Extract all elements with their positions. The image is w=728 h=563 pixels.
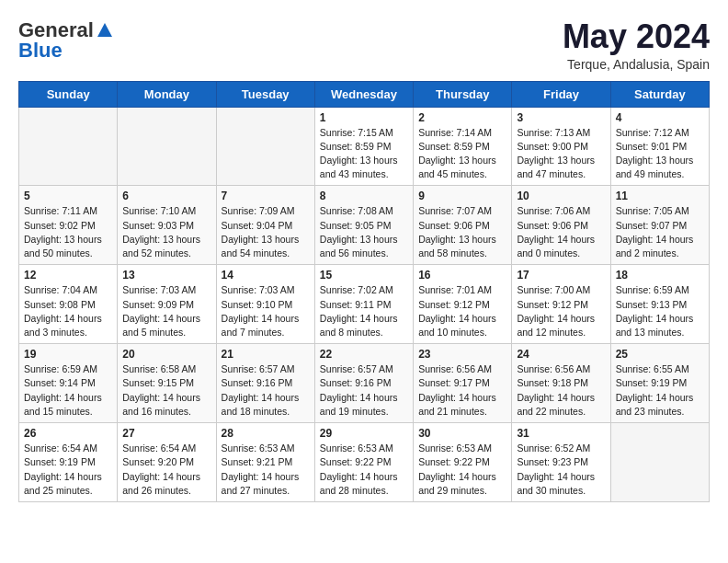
day-number: 13 xyxy=(122,269,210,282)
day-info: Sunrise: 7:13 AMSunset: 9:00 PMDaylight:… xyxy=(517,126,605,182)
day-number: 30 xyxy=(418,427,506,440)
day-info: Sunrise: 7:03 AMSunset: 9:09 PMDaylight:… xyxy=(122,283,210,339)
day-number: 15 xyxy=(320,269,408,282)
calendar-cell: 18Sunrise: 6:59 AMSunset: 9:13 PMDayligh… xyxy=(610,265,709,344)
calendar-cell: 25Sunrise: 6:55 AMSunset: 9:19 PMDayligh… xyxy=(610,344,709,423)
weekday-header-wednesday: Wednesday xyxy=(314,81,413,107)
day-info: Sunrise: 7:06 AMSunset: 9:06 PMDaylight:… xyxy=(517,204,605,260)
calendar-cell: 5Sunrise: 7:11 AMSunset: 9:02 PMDaylight… xyxy=(19,186,118,265)
calendar-cell xyxy=(610,423,709,502)
day-number: 3 xyxy=(517,111,605,124)
day-number: 7 xyxy=(222,190,310,202)
day-info: Sunrise: 6:55 AMSunset: 9:19 PMDaylight:… xyxy=(616,362,704,419)
day-number: 25 xyxy=(616,348,704,361)
day-number: 6 xyxy=(122,190,210,202)
day-number: 14 xyxy=(222,269,310,282)
calendar: SundayMondayTuesdayWednesdayThursdayFrid… xyxy=(18,81,710,502)
day-number: 16 xyxy=(418,269,506,282)
calendar-cell: 29Sunrise: 6:53 AMSunset: 9:22 PMDayligh… xyxy=(314,423,413,502)
weekday-header-friday: Friday xyxy=(512,81,610,107)
day-info: Sunrise: 6:58 AMSunset: 9:15 PMDaylight:… xyxy=(122,362,210,419)
day-info: Sunrise: 7:04 AMSunset: 9:08 PMDaylight:… xyxy=(24,283,112,339)
day-info: Sunrise: 7:08 AMSunset: 9:05 PMDaylight:… xyxy=(320,204,408,260)
calendar-cell xyxy=(216,107,314,186)
day-number: 8 xyxy=(320,190,408,202)
calendar-cell: 4Sunrise: 7:12 AMSunset: 9:01 PMDaylight… xyxy=(610,107,709,186)
location: Terque, Andalusia, Spain xyxy=(563,57,710,72)
calendar-cell: 26Sunrise: 6:54 AMSunset: 9:19 PMDayligh… xyxy=(19,423,118,502)
day-info: Sunrise: 7:02 AMSunset: 9:11 PMDaylight:… xyxy=(320,283,408,339)
day-info: Sunrise: 7:15 AMSunset: 8:59 PMDaylight:… xyxy=(320,126,408,182)
calendar-cell: 27Sunrise: 6:54 AMSunset: 9:20 PMDayligh… xyxy=(118,423,216,502)
day-info: Sunrise: 6:53 AMSunset: 9:21 PMDaylight:… xyxy=(222,442,310,498)
day-info: Sunrise: 6:53 AMSunset: 9:22 PMDaylight:… xyxy=(418,442,506,498)
calendar-cell: 8Sunrise: 7:08 AMSunset: 9:05 PMDaylight… xyxy=(314,186,413,265)
weekday-header-monday: Monday xyxy=(118,81,216,107)
day-info: Sunrise: 6:57 AMSunset: 9:16 PMDaylight:… xyxy=(222,362,310,419)
day-number: 26 xyxy=(24,427,112,440)
calendar-cell: 11Sunrise: 7:05 AMSunset: 9:07 PMDayligh… xyxy=(610,186,709,265)
calendar-cell: 6Sunrise: 7:10 AMSunset: 9:03 PMDaylight… xyxy=(118,186,216,265)
calendar-cell: 23Sunrise: 6:56 AMSunset: 9:17 PMDayligh… xyxy=(414,344,512,423)
day-number: 23 xyxy=(418,348,506,361)
calendar-cell: 31Sunrise: 6:52 AMSunset: 9:23 PMDayligh… xyxy=(512,423,610,502)
day-number: 10 xyxy=(517,190,605,202)
day-info: Sunrise: 6:59 AMSunset: 9:13 PMDaylight:… xyxy=(616,283,704,339)
day-number: 17 xyxy=(517,269,605,282)
day-number: 19 xyxy=(24,348,112,361)
calendar-cell xyxy=(118,107,216,186)
day-info: Sunrise: 6:54 AMSunset: 9:20 PMDaylight:… xyxy=(122,442,210,498)
day-number: 21 xyxy=(222,348,310,361)
month-title: May 2024 xyxy=(563,18,710,55)
calendar-cell: 14Sunrise: 7:03 AMSunset: 9:10 PMDayligh… xyxy=(216,265,314,344)
page-header: General Blue May 2024 Terque, Andalusia,… xyxy=(18,18,710,72)
day-info: Sunrise: 7:03 AMSunset: 9:10 PMDaylight:… xyxy=(222,283,310,339)
calendar-cell: 1Sunrise: 7:15 AMSunset: 8:59 PMDaylight… xyxy=(314,107,413,186)
day-number: 5 xyxy=(24,190,112,202)
day-info: Sunrise: 6:57 AMSunset: 9:16 PMDaylight:… xyxy=(320,362,408,419)
day-number: 31 xyxy=(517,427,605,440)
day-info: Sunrise: 7:11 AMSunset: 9:02 PMDaylight:… xyxy=(24,204,112,260)
logo: General Blue xyxy=(18,18,115,63)
day-info: Sunrise: 6:56 AMSunset: 9:17 PMDaylight:… xyxy=(418,362,506,419)
logo-icon xyxy=(95,20,115,40)
calendar-cell: 17Sunrise: 7:00 AMSunset: 9:12 PMDayligh… xyxy=(512,265,610,344)
day-number: 29 xyxy=(320,427,408,440)
day-number: 9 xyxy=(418,190,506,202)
calendar-cell: 12Sunrise: 7:04 AMSunset: 9:08 PMDayligh… xyxy=(19,265,118,344)
calendar-cell: 7Sunrise: 7:09 AMSunset: 9:04 PMDaylight… xyxy=(216,186,314,265)
calendar-cell: 21Sunrise: 6:57 AMSunset: 9:16 PMDayligh… xyxy=(216,344,314,423)
calendar-cell: 24Sunrise: 6:56 AMSunset: 9:18 PMDayligh… xyxy=(512,344,610,423)
day-info: Sunrise: 6:56 AMSunset: 9:18 PMDaylight:… xyxy=(517,362,605,419)
calendar-cell: 16Sunrise: 7:01 AMSunset: 9:12 PMDayligh… xyxy=(414,265,512,344)
day-number: 24 xyxy=(517,348,605,361)
day-info: Sunrise: 6:53 AMSunset: 9:22 PMDaylight:… xyxy=(320,442,408,498)
day-number: 18 xyxy=(616,269,704,282)
day-info: Sunrise: 7:09 AMSunset: 9:04 PMDaylight:… xyxy=(222,204,310,260)
day-number: 2 xyxy=(418,111,506,124)
day-info: Sunrise: 7:01 AMSunset: 9:12 PMDaylight:… xyxy=(418,283,506,339)
day-number: 12 xyxy=(24,269,112,282)
calendar-cell: 15Sunrise: 7:02 AMSunset: 9:11 PMDayligh… xyxy=(314,265,413,344)
day-info: Sunrise: 7:14 AMSunset: 8:59 PMDaylight:… xyxy=(418,126,506,182)
day-info: Sunrise: 7:00 AMSunset: 9:12 PMDaylight:… xyxy=(517,283,605,339)
weekday-header-sunday: Sunday xyxy=(19,81,118,107)
day-info: Sunrise: 7:07 AMSunset: 9:06 PMDaylight:… xyxy=(418,204,506,260)
weekday-header-saturday: Saturday xyxy=(610,81,709,107)
calendar-cell: 13Sunrise: 7:03 AMSunset: 9:09 PMDayligh… xyxy=(118,265,216,344)
day-number: 22 xyxy=(320,348,408,361)
day-info: Sunrise: 7:10 AMSunset: 9:03 PMDaylight:… xyxy=(122,204,210,260)
weekday-header-tuesday: Tuesday xyxy=(216,81,314,107)
calendar-cell: 22Sunrise: 6:57 AMSunset: 9:16 PMDayligh… xyxy=(314,344,413,423)
day-number: 1 xyxy=(320,111,408,124)
day-number: 11 xyxy=(616,190,704,202)
calendar-cell: 28Sunrise: 6:53 AMSunset: 9:21 PMDayligh… xyxy=(216,423,314,502)
calendar-cell: 30Sunrise: 6:53 AMSunset: 9:22 PMDayligh… xyxy=(414,423,512,502)
day-info: Sunrise: 7:12 AMSunset: 9:01 PMDaylight:… xyxy=(616,126,704,182)
calendar-cell: 9Sunrise: 7:07 AMSunset: 9:06 PMDaylight… xyxy=(414,186,512,265)
day-number: 4 xyxy=(616,111,704,124)
calendar-cell: 10Sunrise: 7:06 AMSunset: 9:06 PMDayligh… xyxy=(512,186,610,265)
day-number: 27 xyxy=(122,427,210,440)
calendar-cell: 3Sunrise: 7:13 AMSunset: 9:00 PMDaylight… xyxy=(512,107,610,186)
calendar-cell: 19Sunrise: 6:59 AMSunset: 9:14 PMDayligh… xyxy=(19,344,118,423)
